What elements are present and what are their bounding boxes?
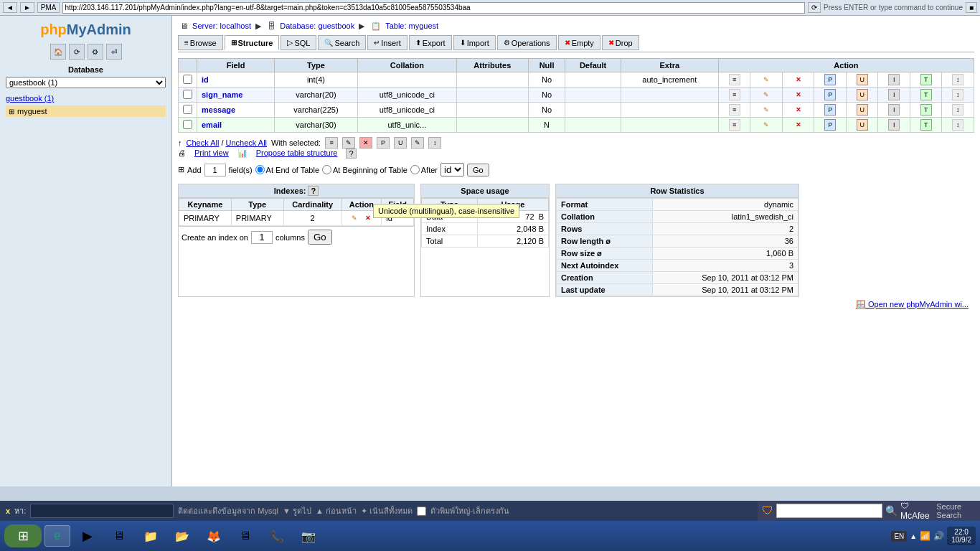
edit-mini2-icon[interactable]: ✎ [411, 137, 424, 149]
beginning-of-table-radio[interactable] [322, 165, 331, 174]
row-message-checkbox[interactable] [183, 105, 192, 114]
settings-icon-btn[interactable]: ⚙ [88, 44, 103, 60]
index-id-icon[interactable]: I [888, 74, 900, 85]
index-create-row: Create an index on columns Go [179, 226, 414, 248]
add-count-input[interactable] [204, 164, 226, 176]
table-bc-link[interactable]: Table: [385, 22, 406, 30]
database-label: Database [6, 65, 166, 74]
primary-email-icon[interactable]: P [824, 119, 836, 131]
propose-table-link[interactable]: Propose table structure [256, 149, 338, 159]
index-email-icon[interactable]: I [888, 119, 900, 131]
check-all-link[interactable]: Check All [187, 138, 220, 147]
structure-table: Field Type Collation Attributes Null Def… [178, 58, 974, 133]
index-cols-input[interactable] [251, 231, 273, 244]
tab-browse[interactable]: ≡ Browse [178, 35, 223, 50]
primary-sign-name-icon[interactable]: P [824, 89, 836, 100]
open-window-link[interactable]: 🪟 Open new phpMyAdmin wi... [178, 297, 974, 312]
idx-delete-icon[interactable]: ✕ [362, 212, 374, 224]
row-sign-name-checkbox[interactable] [183, 90, 192, 99]
print-mini-icon[interactable]: ≡ [325, 137, 338, 149]
guestbook-link[interactable]: guestbook (1) [6, 94, 166, 103]
row-id-checkbox[interactable] [183, 75, 192, 84]
move-mini-icon[interactable]: ↕ [428, 137, 441, 149]
delete-mini-icon[interactable]: ✕ [359, 137, 372, 149]
database-name-link[interactable]: guestbook [318, 22, 354, 30]
tab-drop[interactable]: ✖ Drop [602, 35, 639, 50]
sort-message-icon[interactable]: ↕ [952, 104, 963, 116]
open-window-text[interactable]: Open new phpMyAdmin wi... [868, 300, 969, 309]
unique-email-icon[interactable]: U [857, 119, 868, 131]
tab-operations[interactable]: ⚙ Operations [497, 35, 557, 50]
index-go-button[interactable]: Go [308, 230, 332, 245]
fulltext-sign-name-icon[interactable]: T [920, 89, 932, 100]
index-sign-name-icon[interactable]: I [888, 89, 900, 100]
reload-icon-btn[interactable]: ⟳ [69, 44, 85, 60]
server-link[interactable]: Server: localhost [192, 22, 251, 30]
edit-id-icon[interactable]: ✎ [760, 74, 772, 85]
back-button[interactable]: ◄ [3, 2, 17, 13]
stat-row-length-label: Row length ø [557, 235, 653, 248]
database-select[interactable]: guestbook (1) [6, 77, 166, 88]
refresh-button[interactable]: ⟳ [808, 2, 821, 13]
forward-button[interactable]: ► [20, 2, 34, 13]
table-row: message varchar(225) utf8_unicode_ci No … [179, 103, 974, 118]
pma-btn[interactable]: PMA [37, 2, 60, 13]
sort-sign-name-icon[interactable]: ↕ [952, 89, 963, 100]
primary-id-icon[interactable]: P [824, 74, 836, 85]
index-message-icon[interactable]: I [888, 104, 900, 116]
indexes-help[interactable]: ? [308, 186, 319, 196]
tab-import[interactable]: ⬇ Import [453, 35, 496, 50]
edit-email-icon[interactable]: ✎ [760, 119, 772, 131]
tab-sql[interactable]: ▷ SQL [281, 35, 316, 50]
after-field-select[interactable]: id [440, 163, 464, 176]
edit-sign-name-icon[interactable]: ✎ [760, 89, 772, 100]
idx-edit-icon[interactable]: ✎ [349, 212, 360, 224]
uncheck-all-link[interactable]: Uncheck All [226, 138, 267, 147]
url-bar[interactable] [62, 2, 804, 14]
unique-sign-name-icon[interactable]: U [857, 89, 868, 100]
unique-mini-icon[interactable]: U [394, 137, 407, 149]
delete-id-icon[interactable]: ✕ [793, 74, 804, 85]
help-icon[interactable]: ? [346, 149, 356, 159]
sort-email-icon[interactable]: ↕ [952, 119, 963, 131]
field-email-link[interactable]: email [202, 121, 222, 129]
delete-sign-name-icon[interactable]: ✕ [793, 89, 804, 100]
add-go-button[interactable]: Go [467, 164, 489, 176]
field-message-link[interactable]: message [202, 105, 235, 114]
browse-email-icon[interactable]: ≡ [729, 119, 740, 131]
field-sign-name-link[interactable]: sign_name [202, 90, 242, 99]
home-icon-btn[interactable]: 🏠 [50, 44, 66, 60]
sort-id-icon[interactable]: ↕ [952, 74, 963, 85]
unique-message-icon[interactable]: U [857, 104, 868, 116]
edit-mini-icon[interactable]: ✎ [342, 137, 355, 149]
tab-export[interactable]: ⬆ Export [409, 35, 452, 50]
end-of-table-radio[interactable] [255, 165, 265, 174]
field-id-default [565, 72, 621, 88]
tab-insert[interactable]: ↵ Insert [367, 35, 407, 50]
table-name-link[interactable]: myguest [409, 22, 439, 30]
browse-message-icon[interactable]: ≡ [729, 104, 740, 116]
browse-sign-name-icon[interactable]: ≡ [729, 89, 740, 100]
fulltext-id-icon[interactable]: T [920, 74, 932, 85]
primary-message-icon[interactable]: P [824, 104, 836, 116]
after-radio[interactable] [410, 165, 420, 174]
row-email-checkbox[interactable] [183, 120, 192, 129]
exit-icon-btn[interactable]: ⏎ [106, 44, 122, 60]
tab-structure[interactable]: ⊞ Structure [225, 35, 280, 50]
table-item-myguest[interactable]: ⊞ myguest [6, 105, 166, 117]
print-view-link[interactable]: Print view [194, 149, 229, 159]
browse-id-icon[interactable]: ≡ [729, 74, 740, 85]
delete-message-icon[interactable]: ✕ [793, 104, 804, 116]
unique-id-icon[interactable]: U [857, 74, 868, 85]
edit-message-icon[interactable]: ✎ [760, 104, 772, 116]
th-default: Default [565, 59, 621, 72]
delete-email-icon[interactable]: ✕ [793, 119, 804, 131]
tab-empty[interactable]: ✖ Empty [558, 35, 600, 50]
primary-mini-icon[interactable]: P [377, 137, 390, 149]
stop-button[interactable]: ■ [966, 2, 977, 13]
tab-search[interactable]: 🔍 Search [318, 35, 366, 50]
database-bc-link[interactable]: Database: [280, 22, 316, 30]
fulltext-email-icon[interactable]: T [920, 119, 932, 131]
field-id-link[interactable]: id [202, 75, 209, 84]
fulltext-message-icon[interactable]: T [920, 104, 932, 116]
